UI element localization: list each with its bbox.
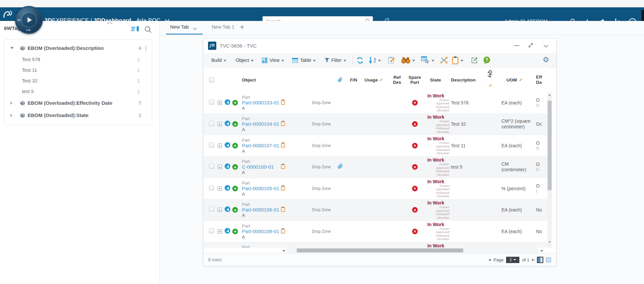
add-icon[interactable] bbox=[232, 121, 238, 127]
add-tab-button[interactable]: + bbox=[240, 23, 244, 32]
col-state[interactable]: State bbox=[430, 68, 441, 92]
settings-gear-icon[interactable] bbox=[543, 56, 549, 64]
object-link[interactable]: Part-0000105-01 bbox=[242, 186, 281, 191]
clipboard-icon[interactable] bbox=[281, 207, 285, 213]
navigate-icon[interactable] bbox=[225, 121, 230, 128]
edit-icon[interactable] bbox=[388, 53, 396, 68]
column-select-icon[interactable] bbox=[421, 53, 434, 68]
tag-group-row[interactable]: EBOM (Overloaded):State 1 bbox=[4, 109, 152, 121]
disconnect-icon[interactable] bbox=[440, 53, 448, 68]
clipboard-icon[interactable] bbox=[281, 164, 285, 170]
expand-toggle-icon[interactable] bbox=[218, 122, 222, 126]
export-icon[interactable] bbox=[471, 53, 478, 68]
tab-new-tab[interactable]: New Tab bbox=[170, 24, 189, 30]
navigate-icon[interactable] bbox=[225, 185, 230, 192]
object-link[interactable]: Part-0000106-01 bbox=[242, 207, 281, 213]
page-select[interactable]: 1 bbox=[506, 257, 519, 263]
col-attachment-paperclip-icon[interactable] bbox=[338, 68, 343, 92]
vertical-scrollbar-thumb[interactable] bbox=[548, 101, 552, 190]
add-icon[interactable] bbox=[232, 164, 238, 170]
add-icon[interactable] bbox=[232, 228, 238, 234]
tag-item-row[interactable]: test 5 1 bbox=[4, 86, 152, 97]
row-checkbox[interactable] bbox=[209, 164, 214, 170]
group-menu-icon[interactable] bbox=[143, 45, 149, 51]
expand-toggle-icon[interactable] bbox=[218, 165, 222, 169]
navigate-icon[interactable] bbox=[225, 142, 230, 149]
paperclip-icon[interactable] bbox=[338, 164, 343, 171]
col-object[interactable]: Object bbox=[242, 68, 256, 92]
view-mode-split-icon[interactable] bbox=[546, 257, 551, 262]
horizontal-scrollbar-thumb[interactable] bbox=[297, 248, 463, 252]
view-mode-single-icon[interactable] bbox=[537, 257, 543, 263]
drop-zone[interactable]: Drop Zone bbox=[306, 208, 336, 212]
row-checkbox[interactable] bbox=[209, 99, 214, 106]
col-spare-part[interactable]: Spare Part bbox=[407, 68, 423, 92]
add-icon[interactable] bbox=[232, 186, 238, 191]
find-binoculars-icon[interactable] bbox=[401, 53, 415, 68]
row-checkbox[interactable] bbox=[209, 228, 214, 234]
prev-page-icon[interactable] bbox=[488, 258, 491, 261]
tag-item-row[interactable]: Test 32 1 bbox=[4, 75, 152, 86]
drop-zone[interactable]: Drop Zone bbox=[306, 229, 336, 234]
row-checkbox[interactable] bbox=[209, 207, 214, 213]
scroll-left-icon[interactable] bbox=[281, 248, 286, 253]
menu-object[interactable]: Object bbox=[236, 53, 254, 68]
sidebar-search-icon[interactable] bbox=[144, 25, 153, 34]
add-icon[interactable] bbox=[232, 143, 238, 148]
object-link[interactable]: Part-0000103-01 bbox=[242, 100, 281, 105]
col-usage[interactable]: Usage bbox=[363, 68, 385, 92]
row-checkbox[interactable] bbox=[209, 121, 214, 127]
maximize-icon[interactable] bbox=[528, 43, 533, 49]
expand-toggle-icon[interactable] bbox=[218, 208, 222, 212]
context-chevron-down-icon[interactable] bbox=[165, 17, 169, 22]
clipboard-icon[interactable] bbox=[281, 99, 285, 106]
drop-zone[interactable]: Drop Zone bbox=[306, 186, 336, 191]
navigate-icon[interactable] bbox=[225, 228, 230, 235]
tag-group-row[interactable]: EBOM (Overloaded):Effectivity Date 7 bbox=[4, 97, 152, 109]
col-description[interactable]: Description bbox=[451, 68, 476, 92]
drop-zone[interactable]: Drop Zone bbox=[306, 122, 336, 126]
next-page-icon[interactable] bbox=[532, 258, 534, 261]
expand-toggle-icon[interactable] bbox=[218, 186, 222, 191]
add-icon[interactable] bbox=[232, 207, 238, 213]
object-link[interactable]: Part-0000108-01 bbox=[242, 229, 281, 234]
clipboard-icon[interactable] bbox=[281, 185, 285, 192]
sort-icon[interactable]: AZ bbox=[369, 53, 381, 68]
group-chevron-icon[interactable] bbox=[10, 101, 14, 105]
clipboard-icon[interactable] bbox=[281, 121, 285, 127]
menu-build[interactable]: Build bbox=[211, 53, 226, 68]
drop-zone[interactable]: Drop Zone bbox=[306, 165, 336, 169]
col-uom[interactable]: UOM bbox=[506, 68, 523, 92]
dashboard-context[interactable]: Arla POC bbox=[136, 17, 161, 24]
tag-group-row[interactable]: EBOM (Overloaded):Description 4 bbox=[4, 42, 152, 54]
group-chevron-icon[interactable] bbox=[10, 114, 14, 117]
horizontal-scrollbar[interactable] bbox=[203, 248, 547, 253]
scroll-up-icon[interactable] bbox=[547, 92, 552, 97]
widget-chevron-down-icon[interactable] bbox=[544, 43, 548, 48]
add-icon[interactable] bbox=[232, 100, 238, 105]
row-checkbox[interactable] bbox=[209, 142, 214, 149]
clipboard-icon[interactable] bbox=[281, 142, 285, 149]
expand-toggle-icon[interactable] bbox=[218, 229, 222, 233]
col-qty[interactable]: Qty bbox=[488, 70, 493, 78]
tag-filter-icon[interactable] bbox=[131, 25, 140, 34]
col-eff-date[interactable]: Eff Da bbox=[536, 68, 545, 92]
row-checkbox[interactable] bbox=[209, 185, 214, 192]
navigate-icon[interactable] bbox=[225, 99, 230, 106]
group-chevron-icon[interactable] bbox=[10, 47, 14, 49]
expand-toggle-icon[interactable] bbox=[218, 143, 222, 148]
tab-new-tab-1[interactable]: New Tab 1 bbox=[212, 24, 234, 30]
refresh-icon[interactable] bbox=[356, 53, 364, 68]
menu-table[interactable]: Table bbox=[292, 53, 316, 68]
tag-item-row[interactable]: Test 11 1 bbox=[4, 65, 152, 75]
help-bubble-icon[interactable]: ? bbox=[483, 53, 491, 68]
tag-item-row[interactable]: Test 578 1 bbox=[4, 54, 152, 65]
clipboard-icon[interactable] bbox=[281, 228, 285, 235]
menu-filter[interactable]: Filter bbox=[324, 53, 346, 68]
navigate-icon[interactable] bbox=[225, 207, 230, 213]
drop-zone[interactable]: Drop Zone bbox=[306, 100, 336, 105]
object-link[interactable]: Part-0000107-01 bbox=[242, 143, 281, 148]
compass-menu[interactable]: 3D V.R bbox=[15, 6, 43, 34]
expand-toggle-icon[interactable] bbox=[218, 100, 222, 105]
object-link[interactable]: C-0000100-01 bbox=[242, 164, 281, 170]
